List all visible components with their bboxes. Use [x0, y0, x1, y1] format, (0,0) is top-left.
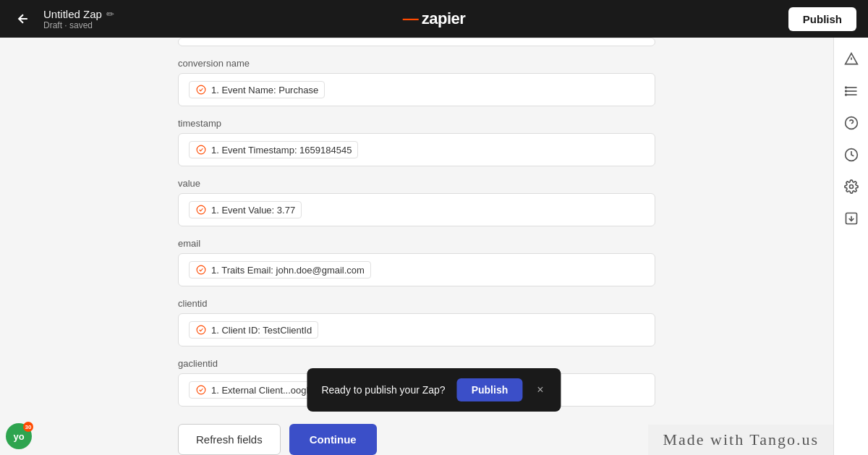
field-label-gaclientid: gaclientid	[178, 358, 655, 369]
avatar-initials: yo	[13, 431, 24, 442]
top-partial-field	[178, 38, 655, 46]
field-group-timestamp: timestamp 1. Event Timestamp: 1659184545	[178, 118, 655, 166]
toast-close-button[interactable]: ×	[534, 382, 546, 398]
svg-point-4	[197, 326, 205, 334]
token-icon-4	[195, 324, 207, 336]
token-icon-5	[195, 384, 207, 396]
continue-button[interactable]: Continue	[289, 424, 377, 455]
field-label-clientid: clientid	[178, 298, 655, 309]
svg-point-1	[197, 145, 205, 154]
svg-point-12	[845, 90, 846, 92]
zap-title: Untitled Zap ✏ Draft · saved	[43, 8, 114, 30]
svg-point-0	[197, 85, 205, 94]
token-icon-1	[195, 144, 207, 156]
token-icon-0	[195, 84, 207, 95]
app-header: Untitled Zap ✏ Draft · saved — zapier Pu…	[0, 0, 868, 38]
action-buttons-row: Refresh fields Continue	[178, 424, 655, 455]
toast-message: Ready to publish your Zap?	[321, 384, 445, 396]
svg-point-3	[197, 265, 205, 274]
header-left: Untitled Zap ✏ Draft · saved	[12, 7, 114, 30]
edit-icon[interactable]: ✏	[106, 9, 114, 20]
refresh-fields-button[interactable]: Refresh fields	[178, 424, 281, 455]
zap-status: Draft · saved	[43, 20, 114, 30]
toast-publish-button[interactable]: Publish	[457, 378, 523, 401]
field-input-clientid[interactable]: 1. Client ID: TestClientId	[178, 313, 655, 346]
svg-point-13	[845, 94, 846, 95]
list-icon-button[interactable]	[838, 78, 864, 104]
back-button[interactable]	[12, 7, 35, 30]
field-group-conversion-name: conversion name 1. Event Name: Purchase	[178, 58, 655, 106]
field-group-clientid: clientid 1. Client ID: TestClientId	[178, 298, 655, 346]
zap-name-label: Untitled Zap ✏	[43, 8, 114, 20]
field-input-timestamp[interactable]: 1. Event Timestamp: 1659184545	[178, 133, 655, 166]
warning-icon-button[interactable]	[838, 46, 864, 72]
token-clientid: 1. Client ID: TestClientId	[189, 321, 318, 339]
field-label-timestamp: timestamp	[178, 118, 655, 129]
clock-icon-button[interactable]	[838, 142, 864, 168]
field-input-conversion-name[interactable]: 1. Event Name: Purchase	[178, 73, 655, 106]
tango-watermark: Made with Tango.us	[648, 425, 833, 455]
field-label-value: value	[178, 178, 655, 189]
token-conversion-name: 1. Event Name: Purchase	[189, 81, 325, 98]
publish-button-header[interactable]: Publish	[788, 7, 856, 31]
field-label-email: email	[178, 238, 655, 249]
help-icon-button[interactable]	[838, 110, 864, 136]
field-group-value: value 1. Event Value: 3.77	[178, 178, 655, 226]
field-input-value[interactable]: 1. Event Value: 3.77	[178, 193, 655, 226]
download-icon-button[interactable]	[838, 205, 864, 231]
user-avatar[interactable]: yo 30	[6, 423, 32, 449]
token-icon-2	[195, 204, 207, 216]
logo-dash: —	[403, 11, 419, 27]
field-label-conversion-name: conversion name	[178, 58, 655, 69]
publish-toast: Ready to publish your Zap? Publish ×	[307, 368, 561, 412]
right-sidebar	[833, 38, 868, 455]
token-icon-3	[195, 264, 207, 276]
logo-text: zapier	[422, 9, 466, 28]
token-email: 1. Traits Email: john.doe@gmail.com	[189, 261, 371, 278]
settings-icon-button[interactable]	[838, 174, 864, 200]
token-timestamp: 1. Event Timestamp: 1659184545	[189, 141, 358, 158]
field-group-email: email 1. Traits Email: john.doe@gmail.co…	[178, 238, 655, 286]
svg-point-2	[197, 205, 205, 214]
svg-point-5	[197, 386, 205, 394]
svg-point-17	[849, 185, 853, 189]
field-input-email[interactable]: 1. Traits Email: john.doe@gmail.com	[178, 253, 655, 286]
avatar-badge: 30	[23, 422, 33, 432]
token-value: 1. Event Value: 3.77	[189, 201, 302, 218]
svg-point-11	[845, 87, 846, 88]
zapier-logo: — zapier	[403, 9, 466, 28]
